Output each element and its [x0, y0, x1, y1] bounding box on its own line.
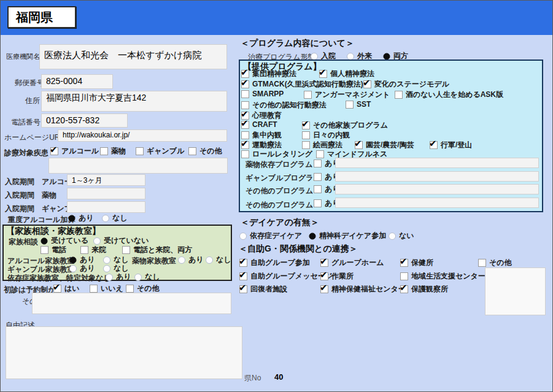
checkbox-icon[interactable] [53, 285, 61, 293]
admission-gambling-field[interactable] [67, 201, 145, 213]
radio-icon[interactable] [309, 233, 315, 239]
phone-field[interactable]: 0120-557-832 [41, 113, 128, 128]
checkbox-icon[interactable] [478, 259, 486, 267]
drug-class-ari[interactable]: あり [178, 255, 204, 265]
checkbox-icon[interactable] [41, 246, 48, 254]
program-item[interactable]: ロールレタリング [241, 149, 312, 159]
checkbox-icon[interactable] [355, 141, 363, 149]
radio-icon[interactable] [69, 265, 77, 272]
daycare-psychiatric[interactable]: 精神科デイケア参加 [309, 231, 386, 241]
coop-item[interactable]: 作業所 [320, 271, 354, 282]
checkbox-icon[interactable] [302, 121, 310, 129]
radio-icon[interactable] [206, 256, 213, 264]
checkbox-icon[interactable] [241, 150, 249, 158]
daycare-none[interactable]: ない [389, 231, 414, 241]
radio-icon[interactable] [347, 53, 354, 60]
checkbox-icon[interactable] [314, 173, 322, 181]
checkbox-icon[interactable] [188, 147, 196, 155]
disease-option-gambling[interactable]: ギャンブル [136, 146, 184, 156]
free-text-field[interactable] [6, 326, 242, 379]
radio-icon[interactable] [103, 265, 110, 272]
checkbox-icon[interactable] [395, 91, 403, 99]
radio-icon[interactable] [41, 237, 47, 244]
program-item[interactable]: CRAFT [241, 120, 277, 129]
admission-alcohol-field[interactable]: 1～3ヶ月 [67, 174, 145, 186]
program-item[interactable]: 集団精神療法 [241, 69, 296, 79]
radio-icon[interactable] [134, 274, 142, 281]
disease-other-field[interactable] [48, 158, 228, 174]
coop-item[interactable]: 精神保健福祉センター [320, 284, 406, 294]
program-item[interactable]: GTMACK(久里浜式認知行動療法) [241, 79, 363, 90]
coop-item[interactable]: グループホーム [320, 258, 384, 268]
checkbox-icon[interactable] [314, 159, 322, 167]
program-item[interactable]: その他家族プログラム [302, 120, 388, 131]
radio-icon[interactable] [68, 215, 75, 221]
checkbox-icon[interactable] [319, 70, 327, 78]
radio-icon[interactable] [102, 215, 109, 222]
program-item[interactable]: 日々の内観 [302, 130, 350, 140]
coop-item[interactable]: 回復者施設 [239, 284, 287, 294]
checkbox-icon[interactable] [241, 141, 249, 149]
coop-item[interactable]: 保健所 [400, 258, 433, 268]
checkbox-icon[interactable] [239, 259, 247, 267]
checkbox-icon[interactable] [90, 285, 98, 293]
coop-item-other[interactable]: その他 [478, 258, 512, 268]
radio-icon[interactable] [389, 233, 396, 240]
coop-item[interactable]: 自助グループメッセージ [239, 271, 333, 282]
checkbox-icon[interactable] [304, 91, 312, 99]
program-item[interactable]: SST [346, 100, 371, 109]
disease-option-drug[interactable]: 薬物 [100, 146, 126, 156]
checkbox-icon[interactable] [400, 272, 408, 280]
other-note-field[interactable] [32, 293, 231, 314]
gambling-program-field[interactable] [335, 171, 539, 182]
checkbox-icon[interactable] [122, 246, 130, 254]
radio-icon[interactable] [178, 256, 185, 264]
checkbox-icon[interactable] [50, 147, 58, 155]
program-item[interactable]: 行軍/登山 [430, 140, 472, 150]
drug-class-nashi[interactable]: なし [206, 255, 231, 265]
family-method-both[interactable]: 電話と来院、両方 [122, 245, 192, 255]
severe-alcohol-ari[interactable]: あり [68, 213, 94, 223]
program-item[interactable]: アンガーマネジメント [304, 90, 390, 100]
coop-item[interactable]: 自助グループ参加 [239, 258, 310, 268]
checkbox-icon[interactable] [320, 259, 328, 267]
checkbox-icon[interactable] [320, 285, 328, 293]
checkbox-icon[interactable] [241, 121, 249, 129]
program-item[interactable]: 酒のない人生を始めるASK版 [395, 90, 503, 100]
checkbox-icon[interactable] [316, 150, 324, 158]
checkbox-icon[interactable] [302, 131, 310, 139]
checkbox-icon[interactable] [239, 272, 247, 280]
drug-program-field[interactable] [335, 158, 539, 168]
daycare-addiction[interactable]: 依存症デイケア [239, 231, 302, 241]
checkbox-icon[interactable] [400, 259, 408, 267]
checkbox-icon[interactable] [136, 147, 144, 155]
radio-icon[interactable] [69, 256, 76, 263]
radio-icon[interactable] [106, 274, 113, 281]
radio-icon[interactable] [93, 237, 101, 245]
address-field[interactable]: 福岡県田川市大字夏吉142 [41, 91, 227, 112]
checkbox-icon[interactable] [302, 141, 310, 149]
radio-icon[interactable] [311, 53, 318, 60]
checkbox-icon[interactable] [314, 199, 322, 207]
checkbox-icon[interactable] [239, 285, 247, 293]
gambling-class-ari[interactable]: あり [69, 263, 95, 274]
homepage-field[interactable]: http://wakoukai.or.jp/ [58, 129, 227, 142]
coop-item[interactable]: 保護観察所 [400, 284, 448, 294]
checkbox-icon[interactable] [100, 147, 108, 155]
checkbox-icon[interactable] [400, 285, 408, 293]
checkbox-icon[interactable] [320, 272, 328, 280]
program-item[interactable]: 変化のステージモデル [363, 79, 449, 90]
checkbox-icon[interactable] [314, 185, 322, 193]
disease-option-other[interactable]: その他 [188, 146, 222, 156]
coop-item[interactable]: 地域生活支援センター [400, 271, 485, 282]
disease-option-alcohol[interactable]: アルコール [50, 146, 99, 156]
checkbox-icon[interactable] [126, 285, 134, 293]
institution-field[interactable]: 医療法人和光会 一本松すずかけ病院 [39, 44, 227, 69]
checkbox-icon[interactable] [363, 80, 371, 88]
postal-field[interactable]: 825-0004 [41, 74, 113, 89]
radio-icon[interactable] [239, 233, 247, 240]
checkbox-icon[interactable] [241, 80, 249, 88]
other-program1-field[interactable] [335, 184, 539, 194]
checkbox-icon[interactable] [346, 101, 354, 109]
general-class-ari[interactable]: あり [106, 272, 131, 282]
